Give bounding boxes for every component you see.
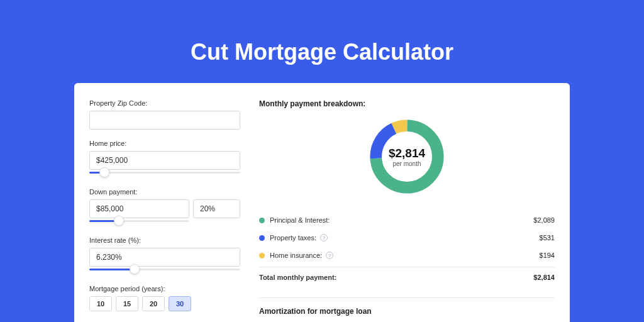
breakdown-total-value: $2,814 xyxy=(533,274,555,281)
interest-rate-slider-thumb[interactable] xyxy=(130,264,140,274)
info-icon[interactable]: ? xyxy=(320,234,328,242)
breakdown-value: $2,089 xyxy=(533,216,555,224)
donut-center-amount: $2,814 xyxy=(389,147,425,160)
breakdown-row-taxes: Property taxes:? $531 xyxy=(259,229,555,247)
period-option-30[interactable]: 30 xyxy=(169,296,191,311)
amortization-heading: Amortization for mortgage loan xyxy=(259,307,555,316)
field-zip: Property Zip Code: xyxy=(89,99,240,130)
down-payment-pct-input[interactable] xyxy=(193,199,240,218)
home-price-label: Home price: xyxy=(89,140,240,147)
dot-icon xyxy=(259,253,265,258)
breakdown-value: $194 xyxy=(540,252,555,259)
interest-rate-label: Interest rate (%): xyxy=(89,236,240,244)
zip-input[interactable] xyxy=(89,111,240,130)
breakdown-total-name: Total monthly payment: xyxy=(259,274,336,281)
breakdown-row-principal: Principal & Interest: $2,089 xyxy=(259,211,555,229)
interest-rate-input[interactable] xyxy=(89,248,240,267)
field-interest-rate: Interest rate (%): xyxy=(89,236,240,275)
breakdown-row-total: Total monthly payment: $2,814 xyxy=(259,267,555,286)
breakdown-value: $531 xyxy=(540,234,555,242)
interest-rate-slider-fill xyxy=(89,269,135,270)
info-icon[interactable]: ? xyxy=(326,252,333,259)
donut-center: $2,814 per month xyxy=(366,116,448,197)
breakdown-heading: Monthly payment breakdown: xyxy=(259,99,555,108)
breakdown-row-insurance: Home insurance:? $194 xyxy=(259,247,555,264)
divider xyxy=(259,297,555,298)
breakdown-name: Home insurance: xyxy=(270,252,322,259)
down-payment-amount-input[interactable] xyxy=(89,199,189,218)
payment-donut-chart: $2,814 per month xyxy=(366,116,448,197)
breakdown-panel: Monthly payment breakdown: $2,814 per mo… xyxy=(259,99,555,322)
donut-wrap: $2,814 per month xyxy=(259,116,555,197)
dot-icon xyxy=(259,218,265,223)
period-option-20[interactable]: 20 xyxy=(142,296,165,311)
breakdown-name: Property taxes: xyxy=(270,234,316,242)
down-payment-slider-thumb[interactable] xyxy=(114,216,124,226)
page-title: Cut Mortgage Calculator xyxy=(0,0,644,83)
period-option-15[interactable]: 15 xyxy=(116,296,138,311)
period-options: 10 15 20 30 xyxy=(89,296,240,311)
field-home-price: Home price: xyxy=(89,140,240,178)
donut-center-sub: per month xyxy=(392,160,421,167)
field-down-payment: Down payment: xyxy=(89,188,240,226)
period-label: Mortgage period (years): xyxy=(89,285,240,292)
down-payment-slider[interactable] xyxy=(89,218,189,226)
calculator-card: Property Zip Code: Home price: Down paym… xyxy=(74,83,570,322)
home-price-slider[interactable] xyxy=(89,169,240,178)
dot-icon xyxy=(259,235,265,241)
home-price-input[interactable] xyxy=(89,151,240,170)
home-price-slider-thumb[interactable] xyxy=(99,167,109,177)
breakdown-name: Principal & Interest: xyxy=(270,216,330,224)
form-panel: Property Zip Code: Home price: Down paym… xyxy=(89,99,240,322)
down-payment-label: Down payment: xyxy=(89,188,240,196)
period-option-10[interactable]: 10 xyxy=(89,296,112,311)
interest-rate-slider[interactable] xyxy=(89,266,240,275)
zip-label: Property Zip Code: xyxy=(89,99,240,107)
field-period: Mortgage period (years): 10 15 20 30 xyxy=(89,285,240,311)
